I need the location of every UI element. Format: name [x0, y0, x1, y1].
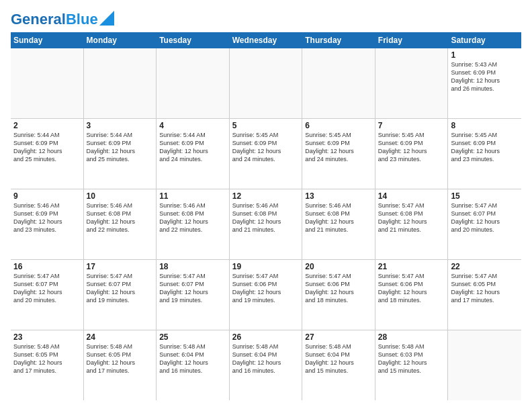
calendar-cell: 18Sunrise: 5:47 AM Sunset: 6:07 PM Dayli… — [157, 260, 230, 330]
weekday-header: Wednesday — [230, 32, 303, 48]
calendar-cell: 17Sunrise: 5:47 AM Sunset: 6:07 PM Dayli… — [84, 260, 157, 330]
calendar-cell: 13Sunrise: 5:46 AM Sunset: 6:08 PM Dayli… — [302, 189, 375, 259]
day-number: 4 — [159, 121, 226, 130]
calendar-cell: 15Sunrise: 5:47 AM Sunset: 6:07 PM Dayli… — [448, 189, 521, 259]
calendar-cell: 9Sunrise: 5:46 AM Sunset: 6:09 PM Daylig… — [11, 189, 84, 259]
day-number: 27 — [305, 332, 372, 342]
calendar-cell: 19Sunrise: 5:47 AM Sunset: 6:06 PM Dayli… — [230, 260, 303, 330]
calendar-cell: 22Sunrise: 5:47 AM Sunset: 6:05 PM Dayli… — [448, 260, 521, 330]
calendar-cell — [157, 48, 230, 118]
cell-sun-info: Sunrise: 5:47 AM Sunset: 6:06 PM Dayligh… — [232, 272, 300, 305]
cell-sun-info: Sunrise: 5:45 AM Sunset: 6:09 PM Dayligh… — [451, 131, 519, 164]
day-number: 12 — [232, 191, 300, 201]
cell-sun-info: Sunrise: 5:46 AM Sunset: 6:09 PM Dayligh… — [13, 201, 81, 234]
day-number: 21 — [378, 262, 445, 271]
calendar-cell: 2Sunrise: 5:44 AM Sunset: 6:09 PM Daylig… — [11, 119, 84, 189]
cell-sun-info: Sunrise: 5:47 AM Sunset: 6:07 PM Dayligh… — [451, 201, 519, 234]
calendar-cell: 16Sunrise: 5:47 AM Sunset: 6:07 PM Dayli… — [11, 260, 84, 330]
cell-sun-info: Sunrise: 5:48 AM Sunset: 6:04 PM Dayligh… — [232, 342, 300, 375]
calendar-cell — [84, 48, 157, 118]
calendar-cell: 11Sunrise: 5:46 AM Sunset: 6:08 PM Dayli… — [157, 189, 230, 259]
day-number: 14 — [378, 191, 445, 201]
header: GeneralBlue — [11, 11, 521, 27]
cell-sun-info: Sunrise: 5:46 AM Sunset: 6:08 PM Dayligh… — [87, 201, 154, 234]
calendar-cell: 20Sunrise: 5:47 AM Sunset: 6:06 PM Dayli… — [302, 260, 375, 330]
calendar-body: 1Sunrise: 5:43 AM Sunset: 6:09 PM Daylig… — [11, 48, 521, 400]
calendar-cell: 27Sunrise: 5:48 AM Sunset: 6:04 PM Dayli… — [302, 330, 375, 400]
calendar-week: 1Sunrise: 5:43 AM Sunset: 6:09 PM Daylig… — [11, 48, 521, 119]
calendar-cell: 14Sunrise: 5:47 AM Sunset: 6:08 PM Dayli… — [375, 189, 449, 259]
logo-icon — [99, 11, 114, 26]
cell-sun-info: Sunrise: 5:46 AM Sunset: 6:08 PM Dayligh… — [305, 201, 372, 234]
cell-sun-info: Sunrise: 5:48 AM Sunset: 6:05 PM Dayligh… — [87, 342, 154, 375]
calendar-week: 9Sunrise: 5:46 AM Sunset: 6:09 PM Daylig… — [11, 189, 521, 260]
cell-sun-info: Sunrise: 5:43 AM Sunset: 6:09 PM Dayligh… — [451, 60, 519, 93]
calendar-cell: 6Sunrise: 5:45 AM Sunset: 6:09 PM Daylig… — [302, 119, 375, 189]
calendar-cell — [448, 330, 521, 400]
cell-sun-info: Sunrise: 5:46 AM Sunset: 6:08 PM Dayligh… — [159, 201, 226, 234]
calendar-cell: 4Sunrise: 5:44 AM Sunset: 6:09 PM Daylig… — [157, 119, 230, 189]
cell-sun-info: Sunrise: 5:47 AM Sunset: 6:05 PM Dayligh… — [451, 272, 519, 305]
calendar-cell: 3Sunrise: 5:44 AM Sunset: 6:09 PM Daylig… — [84, 119, 157, 189]
cell-sun-info: Sunrise: 5:45 AM Sunset: 6:09 PM Dayligh… — [232, 131, 300, 164]
day-number: 3 — [87, 121, 154, 130]
calendar-cell — [11, 48, 84, 118]
day-number: 18 — [159, 262, 226, 271]
calendar-cell — [375, 48, 449, 118]
cell-sun-info: Sunrise: 5:44 AM Sunset: 6:09 PM Dayligh… — [159, 131, 226, 164]
cell-sun-info: Sunrise: 5:46 AM Sunset: 6:08 PM Dayligh… — [232, 201, 300, 234]
logo-blue: Blue — [66, 11, 98, 28]
calendar: SundayMondayTuesdayWednesdayThursdayFrid… — [11, 32, 521, 400]
calendar-cell: 8Sunrise: 5:45 AM Sunset: 6:09 PM Daylig… — [448, 119, 521, 189]
cell-sun-info: Sunrise: 5:48 AM Sunset: 6:04 PM Dayligh… — [305, 342, 372, 375]
cell-sun-info: Sunrise: 5:45 AM Sunset: 6:09 PM Dayligh… — [305, 131, 372, 164]
calendar-week: 23Sunrise: 5:48 AM Sunset: 6:05 PM Dayli… — [11, 330, 521, 400]
day-number: 16 — [13, 262, 81, 271]
weekday-header: Sunday — [11, 32, 84, 48]
day-number: 22 — [451, 262, 519, 271]
cell-sun-info: Sunrise: 5:47 AM Sunset: 6:07 PM Dayligh… — [159, 272, 226, 305]
day-number: 28 — [378, 332, 445, 342]
page: GeneralBlue SundayMondayTuesdayWednesday… — [0, 0, 532, 411]
weekday-header: Friday — [375, 32, 449, 48]
calendar-header: SundayMondayTuesdayWednesdayThursdayFrid… — [11, 32, 521, 48]
calendar-cell: 5Sunrise: 5:45 AM Sunset: 6:09 PM Daylig… — [230, 119, 303, 189]
calendar-cell — [302, 48, 375, 118]
logo-general: General — [11, 11, 66, 28]
day-number: 15 — [451, 191, 519, 201]
calendar-week: 2Sunrise: 5:44 AM Sunset: 6:09 PM Daylig… — [11, 119, 521, 189]
cell-sun-info: Sunrise: 5:47 AM Sunset: 6:06 PM Dayligh… — [378, 272, 445, 305]
day-number: 5 — [232, 121, 300, 130]
day-number: 2 — [13, 121, 81, 130]
calendar-cell: 21Sunrise: 5:47 AM Sunset: 6:06 PM Dayli… — [375, 260, 449, 330]
calendar-cell — [230, 48, 303, 118]
weekday-header: Thursday — [302, 32, 375, 48]
cell-sun-info: Sunrise: 5:48 AM Sunset: 6:05 PM Dayligh… — [13, 342, 81, 375]
cell-sun-info: Sunrise: 5:48 AM Sunset: 6:03 PM Dayligh… — [378, 342, 445, 375]
cell-sun-info: Sunrise: 5:48 AM Sunset: 6:04 PM Dayligh… — [159, 342, 226, 375]
day-number: 20 — [305, 262, 372, 271]
day-number: 11 — [159, 191, 226, 201]
day-number: 10 — [87, 191, 154, 201]
weekday-header: Tuesday — [157, 32, 230, 48]
cell-sun-info: Sunrise: 5:45 AM Sunset: 6:09 PM Dayligh… — [378, 131, 445, 164]
day-number: 17 — [87, 262, 154, 271]
calendar-cell: 10Sunrise: 5:46 AM Sunset: 6:08 PM Dayli… — [84, 189, 157, 259]
calendar-cell: 1Sunrise: 5:43 AM Sunset: 6:09 PM Daylig… — [448, 48, 521, 118]
calendar-cell: 24Sunrise: 5:48 AM Sunset: 6:05 PM Dayli… — [84, 330, 157, 400]
cell-sun-info: Sunrise: 5:47 AM Sunset: 6:07 PM Dayligh… — [13, 272, 81, 305]
logo: GeneralBlue — [11, 11, 114, 27]
day-number: 13 — [305, 191, 372, 201]
day-number: 19 — [232, 262, 300, 271]
calendar-cell: 23Sunrise: 5:48 AM Sunset: 6:05 PM Dayli… — [11, 330, 84, 400]
cell-sun-info: Sunrise: 5:44 AM Sunset: 6:09 PM Dayligh… — [87, 131, 154, 164]
logo-text: GeneralBlue — [11, 12, 98, 27]
weekday-header: Saturday — [448, 32, 521, 48]
calendar-cell: 26Sunrise: 5:48 AM Sunset: 6:04 PM Dayli… — [230, 330, 303, 400]
day-number: 25 — [159, 332, 226, 342]
calendar-cell: 28Sunrise: 5:48 AM Sunset: 6:03 PM Dayli… — [375, 330, 449, 400]
calendar-cell: 7Sunrise: 5:45 AM Sunset: 6:09 PM Daylig… — [375, 119, 449, 189]
calendar-week: 16Sunrise: 5:47 AM Sunset: 6:07 PM Dayli… — [11, 260, 521, 330]
day-number: 1 — [451, 50, 519, 60]
day-number: 8 — [451, 121, 519, 130]
